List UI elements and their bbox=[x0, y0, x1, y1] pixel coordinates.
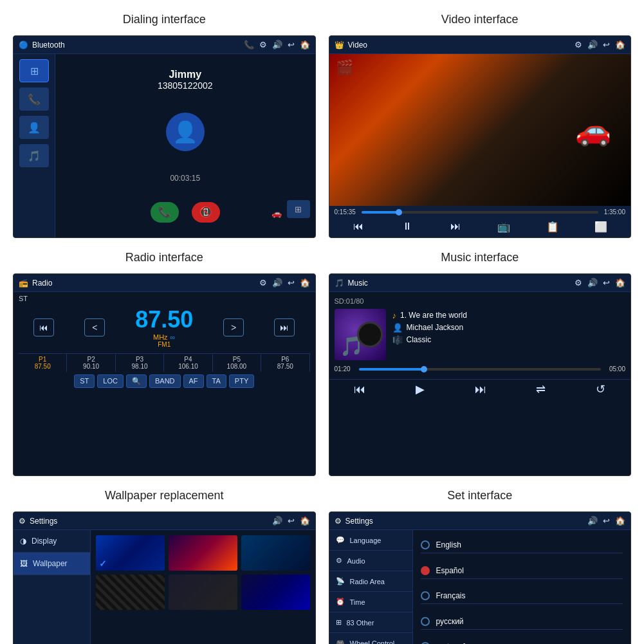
set-portuguese-option[interactable]: português bbox=[421, 639, 623, 644]
set-spanish-option[interactable]: Español bbox=[421, 563, 623, 579]
settings-topbar-left: ⚙ Settings bbox=[335, 517, 373, 526]
radio-preset-1[interactable]: P1 87.50 bbox=[19, 354, 67, 372]
radio-search-btn[interactable]: 🔍 bbox=[126, 374, 147, 388]
dial-contact-number: 13805122002 bbox=[158, 80, 213, 91]
dial-extra-keypad[interactable]: ⊞ bbox=[287, 200, 310, 218]
radio-topbar: 📻 Radio ⚙ 🔊 ↩ 🏠 bbox=[14, 274, 315, 292]
radio-back-btn[interactable]: < bbox=[84, 318, 105, 336]
video-volume-icon: 🔊 bbox=[587, 40, 598, 50]
back-icon: ↩ bbox=[288, 40, 295, 50]
radio-screen-container: 📻 Radio ⚙ 🔊 ↩ 🏠 ST ⏮ < 87.50 bbox=[6, 270, 322, 483]
music-shuffle-btn[interactable]: ⇌ bbox=[536, 382, 546, 396]
radio-topbar-label: Radio bbox=[32, 279, 52, 288]
dialing-topbar-left: 🔵 Bluetooth bbox=[19, 41, 65, 50]
music-next-btn[interactable]: ⏭ bbox=[475, 383, 486, 396]
radio-loc-btn[interactable]: LOC bbox=[97, 374, 124, 388]
music-genre-icon: 🎼 bbox=[392, 335, 403, 345]
radio-preset-3[interactable]: P3 98.10 bbox=[116, 354, 164, 372]
music-play-btn[interactable]: ▶ bbox=[416, 382, 425, 396]
radio-preset-2[interactable]: P2 90.10 bbox=[67, 354, 115, 372]
radio-af-btn[interactable]: AF bbox=[183, 374, 204, 388]
dial-contacts-btn[interactable]: 👤 bbox=[19, 116, 49, 139]
music-repeat-btn[interactable]: ↺ bbox=[596, 382, 605, 396]
radio-preset-5-label: P5 bbox=[214, 356, 259, 363]
radio-pty-btn[interactable]: PTY bbox=[229, 374, 254, 388]
set-spanish-label: Español bbox=[436, 566, 464, 575]
set-language-item[interactable]: 💬 Language bbox=[329, 530, 412, 551]
dial-contact-info: Jimmy 13805122002 bbox=[158, 69, 213, 91]
video-fullscreen-btn[interactable]: ⬜ bbox=[592, 219, 610, 234]
wallpaper-main bbox=[91, 530, 315, 644]
music-progress-bar[interactable] bbox=[359, 368, 602, 371]
set-other-item[interactable]: ⊞ 83 Other bbox=[329, 612, 412, 633]
wallpaper-thumb-3[interactable] bbox=[241, 535, 310, 571]
video-screen-btn[interactable]: 📺 bbox=[495, 219, 513, 234]
wallpaper-back-icon: ↩ bbox=[288, 516, 295, 526]
set-spanish-radio[interactable] bbox=[421, 566, 430, 575]
video-list-btn[interactable]: 📋 bbox=[544, 219, 562, 234]
settings-volume-icon: 🔊 bbox=[587, 516, 598, 526]
radio-preset-6[interactable]: P6 87.50 bbox=[261, 354, 309, 372]
set-audio-item[interactable]: ⚙ Audio bbox=[329, 551, 412, 571]
radio-preset-6-freq: 87.50 bbox=[262, 363, 308, 370]
radio-skip-fwd-btn[interactable]: ⏭ bbox=[274, 318, 295, 336]
set-french-option[interactable]: Français bbox=[421, 588, 623, 604]
video-topbar-right: ⚙ 🔊 ↩ 🏠 bbox=[575, 40, 625, 50]
wallpaper-thumb-4[interactable] bbox=[96, 575, 165, 610]
radio-st-btn[interactable]: ST bbox=[74, 374, 95, 388]
set-english-radio[interactable] bbox=[421, 540, 430, 549]
settings-display-icon: ◑ bbox=[20, 537, 26, 546]
video-car-graphic: 🚗 bbox=[575, 113, 611, 147]
video-content: 🚗 🎬 0:15:35 1:35:00 ⏮ bbox=[329, 54, 631, 237]
set-wheel-item[interactable]: 🎮 Wheel Control bbox=[329, 633, 412, 644]
dial-phone-btn[interactable]: 📞 bbox=[19, 87, 49, 111]
music-topbar: 🎵 Music ⚙ 🔊 ↩ 🏠 bbox=[329, 274, 631, 292]
settings-display-item[interactable]: ◑ Display bbox=[14, 530, 90, 553]
dial-keypad-btn[interactable]: ⊞ bbox=[19, 59, 49, 82]
set-other-label: 83 Other bbox=[347, 619, 374, 627]
video-preview[interactable]: 🚗 🎬 bbox=[329, 54, 631, 206]
radio-ta-btn[interactable]: TA bbox=[207, 374, 226, 388]
set-russian-option[interactable]: русский bbox=[421, 614, 623, 630]
wallpaper-thumb-5[interactable] bbox=[169, 575, 237, 610]
video-progress-bar[interactable] bbox=[362, 211, 599, 214]
settings-screen: ⚙ Settings 🔊 ↩ 🏠 💬 Language ⚙ bbox=[329, 511, 632, 644]
set-english-option[interactable]: English bbox=[421, 537, 623, 553]
wallpaper-thumb-2[interactable] bbox=[169, 535, 237, 571]
settings-topbar-label: Settings bbox=[345, 517, 373, 526]
video-next-btn[interactable]: ⏭ bbox=[446, 219, 465, 234]
radio-band-btn[interactable]: BAND bbox=[149, 374, 181, 388]
radio-fwd-btn[interactable]: > bbox=[223, 318, 244, 336]
set-russian-radio[interactable] bbox=[421, 617, 430, 626]
radio-skip-back-btn[interactable]: ⏮ bbox=[33, 318, 54, 336]
music-time-current: 01:20 bbox=[335, 365, 355, 373]
wallpaper-volume-icon: 🔊 bbox=[272, 516, 282, 526]
set-time-item[interactable]: ⏰ Time bbox=[329, 592, 412, 612]
dial-music-btn[interactable]: 🎵 bbox=[19, 144, 49, 167]
set-radio-area-item[interactable]: 📡 Radio Area bbox=[329, 571, 412, 592]
video-screen: 👑 Video ⚙ 🔊 ↩ 🏠 🚗 🎬 0:1 bbox=[329, 35, 632, 238]
main-container: Dialing interface Video interface 🔵 Blue… bbox=[0, 0, 644, 644]
settings-wallpaper-item[interactable]: 🖼 Wallpaper bbox=[14, 553, 90, 575]
music-content: SD:01/80 🎵 ♪ 1. We are the world 👤 bbox=[329, 292, 631, 475]
dial-decline-btn[interactable]: 📵 bbox=[192, 202, 220, 223]
music-genre-row: 🎼 Classic bbox=[392, 335, 626, 345]
video-crown-icon: 👑 bbox=[335, 41, 344, 50]
radio-preset-5[interactable]: P5 108.00 bbox=[213, 354, 261, 372]
wallpaper-thumb-6[interactable] bbox=[241, 575, 310, 610]
radio-preset-4[interactable]: P4 106.10 bbox=[164, 354, 212, 372]
music-prev-btn[interactable]: ⏮ bbox=[354, 383, 365, 396]
set-french-radio[interactable] bbox=[421, 591, 430, 600]
music-artist-name: Michael Jackson bbox=[407, 323, 464, 332]
wallpaper-thumb-1[interactable] bbox=[96, 535, 165, 571]
radio-volume-icon: 🔊 bbox=[272, 278, 282, 288]
radio-icon: 📻 bbox=[19, 279, 28, 288]
video-prev-btn[interactable]: ⏮ bbox=[349, 219, 367, 234]
dial-actions: 📞 📵 bbox=[151, 202, 220, 223]
dial-accept-btn[interactable]: 📞 bbox=[151, 202, 179, 223]
radio-frequency: 87.50 bbox=[135, 306, 193, 333]
video-play-btn[interactable]: ⏸ bbox=[398, 219, 416, 234]
radio-preset-2-freq: 90.10 bbox=[68, 363, 113, 370]
dialing-screen: 🔵 Bluetooth 📞 ⚙ 🔊 ↩ 🏠 ⊞ 📞 👤 🎵 bbox=[13, 35, 316, 238]
video-controls-bar: 0:15:35 1:35:00 ⏮ ⏸ ⏭ 📺 📋 bbox=[329, 206, 631, 237]
